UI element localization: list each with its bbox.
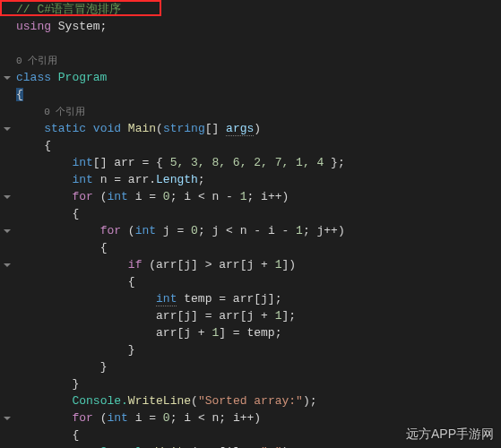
- code-line[interactable]: }: [16, 342, 501, 359]
- brace: {: [44, 139, 51, 152]
- text: ]): [281, 258, 296, 271]
- brace: }: [100, 360, 108, 374]
- chevron-down-icon[interactable]: [3, 261, 12, 270]
- codelens-line[interactable]: 0 个引用: [16, 53, 501, 70]
- brace: {: [128, 275, 135, 289]
- code-line[interactable]: arr[j + 1] = temp;: [16, 325, 501, 342]
- blank-line[interactable]: [16, 36, 501, 53]
- text: n = arr.: [93, 173, 156, 186]
- code-line[interactable]: for (int i = 0; i < n - 1; i++): [16, 189, 501, 206]
- paren: (: [156, 122, 163, 135]
- array-literal: 5, 3, 8, 6, 2, 7, 1, 4: [170, 156, 324, 169]
- text: ; i < n -: [170, 190, 240, 203]
- kw-void: void: [86, 122, 121, 135]
- console: Console.: [72, 394, 127, 408]
- param-args: args: [226, 122, 254, 136]
- writeline: WriteLine: [128, 394, 191, 408]
- chevron-down-icon[interactable]: [3, 227, 12, 236]
- chevron-down-icon[interactable]: [3, 73, 12, 82]
- code-line[interactable]: {: [16, 274, 501, 291]
- code-line[interactable]: int n = arr.Length;: [16, 172, 501, 189]
- brackets: []: [205, 122, 226, 135]
- text: j =: [156, 224, 191, 237]
- code-line[interactable]: {: [16, 206, 501, 223]
- brace: {: [100, 241, 108, 254]
- method-main: Main: [121, 122, 156, 135]
- text: ];: [281, 309, 296, 323]
- num: 0: [191, 224, 198, 237]
- prop-length: Length: [156, 173, 198, 186]
- brace: }: [128, 343, 135, 357]
- brace-open: {: [16, 88, 23, 101]
- text: ; i < n; i++): [170, 411, 261, 425]
- code-line[interactable]: if (arr[j] > arr[j + 1]): [16, 257, 501, 274]
- chevron-down-icon[interactable]: [3, 125, 12, 134]
- kw-for: for: [72, 411, 92, 425]
- text: ; j < n - i -: [198, 224, 296, 237]
- chevron-down-icon[interactable]: [3, 193, 12, 202]
- code-line[interactable]: Console.WriteLine("Sorted array:");: [16, 393, 501, 410]
- text: ; j++): [303, 224, 345, 237]
- code-line[interactable]: }: [16, 359, 501, 376]
- paren: (: [93, 190, 108, 203]
- text: i =: [128, 190, 163, 203]
- kw-for: for: [72, 190, 92, 203]
- code-line[interactable]: }: [16, 376, 501, 393]
- text: ; i++): [247, 190, 289, 203]
- text: i =: [128, 411, 163, 425]
- paren: (: [93, 411, 108, 425]
- kw-int: int: [72, 173, 92, 186]
- code-line[interactable]: int temp = arr[j];: [16, 291, 501, 308]
- kw-int: int: [156, 292, 177, 306]
- reference-count[interactable]: 0 个引用: [44, 107, 85, 117]
- kw-for: for: [100, 224, 121, 237]
- num: 1: [240, 190, 247, 203]
- code-line[interactable]: using System;: [16, 19, 501, 36]
- num: 0: [163, 411, 170, 425]
- code-line[interactable]: {: [16, 138, 501, 155]
- paren: (: [191, 394, 198, 408]
- code-line[interactable]: {: [16, 87, 501, 104]
- text: arr[j +: [156, 326, 212, 340]
- code-line[interactable]: // C#语言冒泡排序: [16, 2, 501, 19]
- code-line[interactable]: {: [16, 427, 501, 444]
- kw-int: int: [135, 224, 156, 237]
- num: 1: [296, 224, 303, 237]
- text: );: [303, 394, 317, 408]
- code-line[interactable]: class Program: [16, 70, 501, 87]
- code-line[interactable]: for (int j = 0; j < n - i - 1; j++): [16, 223, 501, 240]
- code-line[interactable]: Console.Write(arr[i] + " ");: [16, 444, 501, 448]
- keyword-class: class: [16, 71, 51, 84]
- code-editor[interactable]: // C#语言冒泡排序 using System; 0 个引用 class Pr…: [0, 0, 501, 448]
- chevron-down-icon[interactable]: [3, 414, 12, 423]
- text: [] arr = {: [93, 156, 170, 169]
- reference-count[interactable]: 0 个引用: [16, 56, 57, 66]
- text: };: [324, 156, 344, 169]
- code-line[interactable]: {: [16, 240, 501, 257]
- semi: ;: [198, 173, 205, 186]
- brace: {: [72, 207, 79, 220]
- code-line[interactable]: static void Main(string[] args): [16, 121, 501, 138]
- code-line[interactable]: arr[j] = arr[j + 1];: [16, 308, 501, 325]
- text: arr[j] = arr[j +: [156, 309, 275, 323]
- class-name: Program: [51, 71, 107, 84]
- text: (arr[j] > arr[j +: [142, 258, 274, 271]
- brace: }: [72, 377, 79, 391]
- kw-int: int: [72, 156, 92, 169]
- kw-int: int: [107, 190, 127, 203]
- kw-if: if: [128, 258, 143, 271]
- code-line[interactable]: for (int i = 0; i < n; i++): [16, 410, 501, 427]
- string-literal: "Sorted array:": [198, 394, 303, 408]
- text: temp = arr[j];: [177, 292, 281, 306]
- num: 0: [163, 190, 170, 203]
- kw-string: string: [163, 122, 205, 135]
- text: ] = temp;: [219, 326, 281, 340]
- paren-close: ): [254, 122, 261, 135]
- keyword-using: using: [16, 20, 51, 33]
- code-line[interactable]: int[] arr = { 5, 3, 8, 6, 2, 7, 1, 4 };: [16, 155, 501, 172]
- codelens-line[interactable]: 0 个引用: [16, 104, 501, 121]
- kw-int: int: [107, 411, 127, 425]
- kw-static: static: [44, 122, 86, 135]
- brace: {: [72, 428, 79, 442]
- code-text: System;: [51, 20, 107, 33]
